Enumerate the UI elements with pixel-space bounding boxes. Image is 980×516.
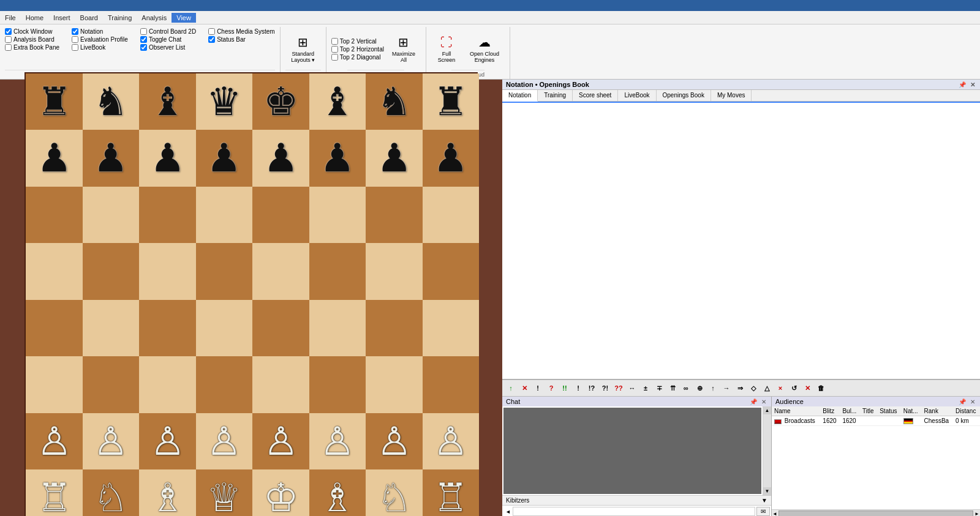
cell-b5[interactable] xyxy=(83,243,140,300)
notation-pin-button[interactable]: 📌 xyxy=(957,81,967,88)
cell-g3[interactable] xyxy=(366,356,423,413)
maximize-all-button[interactable]: ⊞ MaximizeAll xyxy=(386,32,421,66)
cell-d5[interactable] xyxy=(196,243,253,300)
cell-c3[interactable] xyxy=(139,356,196,413)
cell-b8[interactable]: ♞ xyxy=(83,73,140,130)
ann-bad-move[interactable]: ✕ xyxy=(518,382,530,394)
cell-g2[interactable]: ♙ xyxy=(366,413,423,470)
cell-f1[interactable]: ♗ xyxy=(309,469,366,516)
tab-notation[interactable]: Notation xyxy=(502,90,538,102)
chat-close-button[interactable]: ✕ xyxy=(760,398,767,405)
cell-a4[interactable] xyxy=(26,300,83,357)
cell-g8[interactable]: ♞ xyxy=(366,73,423,130)
ann-question[interactable]: ? xyxy=(545,382,557,394)
cell-d7[interactable]: ♟ xyxy=(196,130,253,187)
tab-openings-book[interactable]: Openings Book xyxy=(657,90,711,101)
audience-row-0[interactable]: Broadcasts 1620 1620 ChessBa 0 k xyxy=(772,416,980,426)
chat-input[interactable] xyxy=(513,507,755,516)
cell-e5[interactable] xyxy=(252,243,309,300)
check-chess-media-system[interactable] xyxy=(208,28,215,35)
cell-f5[interactable] xyxy=(309,243,366,300)
cell-h5[interactable] xyxy=(423,243,480,300)
cell-h1[interactable]: ♖ xyxy=(423,469,480,516)
menu-analysis[interactable]: Analysis xyxy=(137,13,172,23)
cell-h8[interactable]: ♜ xyxy=(423,73,480,130)
ann-strong[interactable]: ⇒ xyxy=(734,382,746,394)
ann-space[interactable]: ⊕ xyxy=(693,382,706,394)
cell-d3[interactable] xyxy=(196,356,253,413)
cell-b2[interactable]: ♙ xyxy=(83,413,140,470)
cell-h7[interactable]: ♟ xyxy=(423,130,480,187)
chess-board[interactable]: ♜ ♞ ♝ ♛ ♚ ♝ ♞ ♜ ♟ ♟ ♟ ♟ ♟ ♟ ♟ ♟ xyxy=(24,72,478,517)
cell-e3[interactable] xyxy=(252,356,309,413)
cell-g4[interactable] xyxy=(366,300,423,357)
tab-training[interactable]: Training xyxy=(538,90,573,101)
cell-c7[interactable]: ♟ xyxy=(139,130,196,187)
notation-close-button[interactable]: ✕ xyxy=(969,81,976,88)
chat-scrollbar[interactable]: ▲ ▼ xyxy=(763,406,771,495)
chat-input-left-arrow[interactable]: ◄ xyxy=(503,509,513,515)
ann-development[interactable]: ↑ xyxy=(707,382,719,394)
cell-b1[interactable]: ♘ xyxy=(83,469,140,516)
ann-attack[interactable]: → xyxy=(720,382,733,394)
chat-send-button[interactable]: ✉ xyxy=(756,507,770,516)
cell-f6[interactable] xyxy=(309,187,366,244)
audience-hscroll-thumb[interactable] xyxy=(778,510,973,516)
cell-a2[interactable]: ♙ xyxy=(26,413,83,470)
ann-only[interactable]: ◇ xyxy=(747,382,760,394)
menu-board[interactable]: Board xyxy=(75,13,103,23)
open-cloud-engines-button[interactable]: ☁ Open CloudEngines xyxy=(464,32,505,66)
kibitzers-arrow[interactable]: ▼ xyxy=(761,497,767,504)
audience-hscroll-left[interactable]: ◄ xyxy=(772,511,777,517)
cell-f2[interactable]: ♙ xyxy=(309,413,366,470)
menu-training[interactable]: Training xyxy=(103,13,137,23)
check-top2-diagonal[interactable] xyxy=(331,54,338,61)
check-top2-horizontal[interactable] xyxy=(331,46,338,53)
ann-minus-plus[interactable]: ∓ xyxy=(653,382,665,394)
cell-c8[interactable]: ♝ xyxy=(139,73,196,130)
cell-c4[interactable] xyxy=(139,300,196,357)
ann-question-exclaim[interactable]: ?! xyxy=(599,382,611,394)
ann-compensation[interactable]: ↔ xyxy=(626,382,638,394)
audience-hscroll-right[interactable]: ► xyxy=(974,511,979,517)
ann-zugzwang[interactable]: △ xyxy=(761,382,773,394)
ann-up-arrows[interactable]: ⇈ xyxy=(666,382,679,394)
ann-double-exclaim[interactable]: !! xyxy=(559,382,571,394)
cell-f7[interactable]: ♟ xyxy=(309,130,366,187)
menu-home[interactable]: Home xyxy=(21,13,48,23)
cell-a1[interactable]: ♖ xyxy=(26,469,83,516)
ann-clear[interactable]: 🗑 xyxy=(815,382,827,394)
ann-exclaim-question[interactable]: !? xyxy=(586,382,598,394)
cell-f3[interactable] xyxy=(309,356,366,413)
cell-c1[interactable]: ♗ xyxy=(139,469,196,516)
check-evaluation-profile[interactable] xyxy=(72,36,78,43)
ann-good-move[interactable]: ↑ xyxy=(505,382,517,394)
tab-my-moves[interactable]: My Moves xyxy=(711,90,752,101)
cell-b6[interactable] xyxy=(83,187,140,244)
menu-insert[interactable]: Insert xyxy=(48,13,75,23)
check-extra-book-pane[interactable] xyxy=(5,44,12,51)
check-clock-window[interactable] xyxy=(5,28,12,35)
cell-b7[interactable]: ♟ xyxy=(83,130,140,187)
tab-livebook[interactable]: LiveBook xyxy=(618,90,656,101)
cell-c2[interactable]: ♙ xyxy=(139,413,196,470)
cell-d4[interactable] xyxy=(196,300,253,357)
cell-d6[interactable] xyxy=(196,187,253,244)
ann-cross[interactable]: × xyxy=(774,382,786,394)
check-status-bar[interactable] xyxy=(208,36,215,43)
check-toggle-chat[interactable] xyxy=(140,36,147,43)
cell-f8[interactable]: ♝ xyxy=(309,73,366,130)
check-notation[interactable] xyxy=(72,28,78,35)
cell-e8[interactable]: ♚ xyxy=(252,73,309,130)
chat-pin-button[interactable]: 📌 xyxy=(748,398,758,405)
cell-g7[interactable]: ♟ xyxy=(366,130,423,187)
cell-a3[interactable] xyxy=(26,356,83,413)
cell-g6[interactable] xyxy=(366,187,423,244)
cell-b4[interactable] xyxy=(83,300,140,357)
cell-c5[interactable] xyxy=(139,243,196,300)
cell-g5[interactable] xyxy=(366,243,423,300)
cell-h4[interactable] xyxy=(423,300,480,357)
cell-b3[interactable] xyxy=(83,356,140,413)
cell-d1[interactable]: ♕ xyxy=(196,469,253,516)
cell-h6[interactable] xyxy=(423,187,480,244)
